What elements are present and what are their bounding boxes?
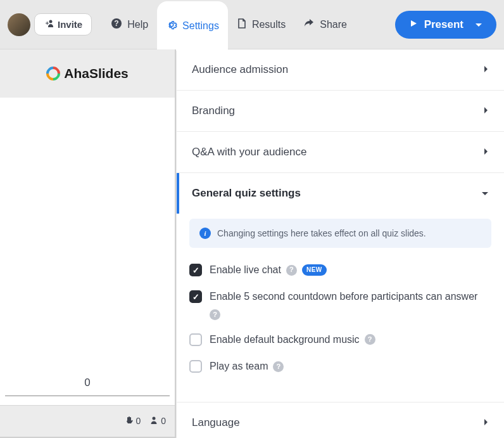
hand-icon <box>125 416 134 427</box>
share-icon <box>303 18 315 31</box>
section-audience-admission: Audience admission <box>177 49 504 91</box>
info-banner: i Changing settings here takes effect on… <box>189 219 491 248</box>
section-quiz-settings: General quiz settings i Changing setting… <box>177 173 504 403</box>
person-icon <box>149 416 158 427</box>
option-team: Play as team ? <box>189 359 491 373</box>
checkbox-team[interactable] <box>189 360 202 373</box>
slide-preview[interactable] <box>0 98 175 405</box>
section-title: Q&A with your audience <box>192 146 306 158</box>
help-icon: ? <box>111 18 122 32</box>
nav-share[interactable]: Share <box>294 0 356 49</box>
logo-icon <box>44 63 63 83</box>
section-header-quiz[interactable]: General quiz settings <box>177 173 504 214</box>
chevron-down-icon <box>481 187 489 200</box>
option-countdown: Enable 5 second countdown before partici… <box>189 290 491 319</box>
footer-stats: 0 0 <box>0 405 175 437</box>
logo-text: AhaSlides <box>64 66 129 81</box>
chevron-right-icon <box>484 416 489 429</box>
option-bg-music: Enable default background music ? <box>189 333 491 347</box>
present-button[interactable]: Present <box>395 11 496 39</box>
chevron-right-icon <box>484 105 489 117</box>
option-label: Enable 5 second countdown before partici… <box>210 290 491 319</box>
play-icon <box>409 18 418 31</box>
section-title: Branding <box>192 105 235 117</box>
checkbox-live-chat[interactable] <box>189 264 202 276</box>
nav-results-label: Results <box>252 19 286 30</box>
help-icon[interactable]: ? <box>365 334 375 345</box>
add-user-icon <box>44 19 54 30</box>
section-header-admission[interactable]: Audience admission <box>177 49 504 90</box>
logo: AhaSlides <box>0 49 175 98</box>
nav-share-label: Share <box>320 19 347 30</box>
info-icon: i <box>199 228 211 239</box>
section-language: Language <box>177 403 504 438</box>
invite-label: Invite <box>58 19 82 30</box>
main-area: AhaSlides 0 0 0 Audience admission <box>0 49 504 438</box>
svg-point-0 <box>49 20 53 23</box>
section-title: Audience admission <box>192 63 288 76</box>
help-icon[interactable]: ? <box>286 265 297 276</box>
help-icon[interactable]: ? <box>273 361 284 372</box>
section-body-quiz: i Changing settings here takes effect on… <box>177 219 504 402</box>
chevron-right-icon <box>484 146 489 158</box>
slide-value: 0 <box>5 377 170 396</box>
chevron-right-icon <box>484 63 489 76</box>
nav-settings[interactable]: Settings <box>157 1 228 51</box>
option-label: Enable live chat ? NEW <box>210 263 491 277</box>
present-label: Present <box>424 18 463 31</box>
nav-help-label: Help <box>127 19 148 30</box>
section-qna: Q&A with your audience <box>177 132 504 173</box>
svg-text:?: ? <box>115 19 119 28</box>
svg-point-3 <box>153 417 156 420</box>
section-header-qna[interactable]: Q&A with your audience <box>177 132 504 172</box>
avatar[interactable] <box>8 13 30 36</box>
invite-button[interactable]: Invite <box>34 13 92 35</box>
new-badge: NEW <box>302 264 327 276</box>
document-icon <box>237 18 247 32</box>
section-header-branding[interactable]: Branding <box>177 91 504 131</box>
section-header-language[interactable]: Language <box>177 403 504 438</box>
section-title: Language <box>192 416 240 429</box>
info-text: Changing settings here takes effect on a… <box>217 228 426 238</box>
gear-icon <box>166 19 177 33</box>
checkbox-countdown[interactable] <box>189 290 202 303</box>
option-label: Enable default background music ? <box>210 333 491 347</box>
nav-settings-label: Settings <box>182 20 219 32</box>
section-branding: Branding <box>177 91 504 132</box>
sidebar: AhaSlides 0 0 0 <box>0 49 176 438</box>
checkbox-bg-music[interactable] <box>189 333 202 346</box>
person-count: 0 <box>149 416 166 427</box>
settings-panel: Audience admission Branding Q&A with you… <box>176 49 504 438</box>
section-title: General quiz settings <box>192 187 301 200</box>
option-label: Play as team ? <box>210 359 491 373</box>
chevron-down-icon <box>475 18 482 31</box>
nav-results[interactable]: Results <box>228 0 294 49</box>
hand-count: 0 <box>125 416 141 427</box>
option-live-chat: Enable live chat ? NEW <box>189 263 491 277</box>
nav-help[interactable]: ? Help <box>102 0 157 49</box>
top-bar: Invite ? Help Settings Results Share Pre… <box>0 0 504 49</box>
help-icon[interactable]: ? <box>210 309 220 320</box>
